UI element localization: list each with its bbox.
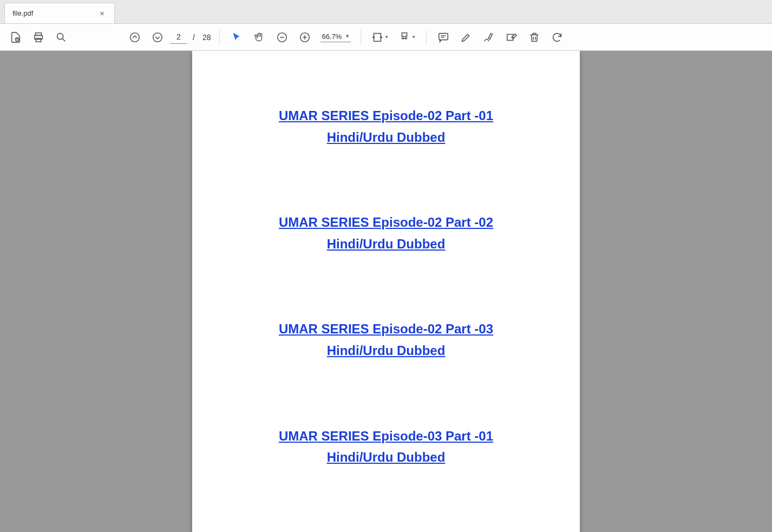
search-button[interactable]	[51, 27, 71, 48]
chevron-down-icon: ▼	[411, 35, 416, 40]
document-link: UMAR SERIES Episode-03 Part -01Hindi/Urd…	[225, 425, 547, 468]
toolbar: / 28 66.7% ▼ ▼ ▼	[0, 24, 772, 51]
tab-bar: file.pdf ×	[0, 0, 772, 24]
edit-text-button[interactable]	[501, 27, 522, 48]
page-layout-button[interactable]: ▼	[395, 27, 420, 48]
zoom-in-button[interactable]	[295, 27, 315, 48]
pointer-tool-button[interactable]	[226, 27, 247, 48]
svg-point-4	[57, 33, 63, 39]
svg-rect-3	[36, 38, 41, 41]
draw-button[interactable]	[479, 27, 499, 48]
page-separator: /	[193, 33, 195, 42]
chevron-down-icon: ▼	[345, 34, 350, 39]
svg-rect-10	[402, 32, 407, 36]
zoom-out-button[interactable]	[272, 27, 292, 48]
print-button[interactable]	[28, 27, 49, 48]
svg-rect-11	[439, 33, 448, 40]
page-number-input[interactable]	[170, 31, 187, 44]
svg-point-6	[153, 32, 162, 42]
chevron-down-icon: ▼	[384, 35, 389, 40]
document-link: UMAR SERIES Episode-02 Part -03Hindi/Urd…	[225, 318, 547, 361]
page-total: 28	[202, 33, 211, 42]
zoom-dropdown[interactable]: 66.7% ▼	[320, 32, 351, 42]
svg-point-5	[130, 32, 140, 42]
tab-title: file.pdf	[12, 9, 33, 17]
page-up-button[interactable]	[125, 27, 145, 48]
comment-button[interactable]	[433, 27, 454, 48]
separator	[361, 30, 361, 45]
pdf-viewer[interactable]: UMAR SERIES Episode-02 Part -01Hindi/Urd…	[0, 51, 772, 532]
save-button[interactable]	[5, 27, 26, 48]
rotate-button[interactable]	[547, 27, 567, 48]
delete-button[interactable]	[524, 27, 545, 48]
zoom-value: 66.7%	[322, 32, 342, 41]
tab-file[interactable]: file.pdf ×	[4, 3, 115, 23]
close-icon[interactable]: ×	[97, 8, 107, 19]
fit-width-button[interactable]: ▼	[368, 27, 392, 48]
highlight-button[interactable]	[456, 27, 476, 48]
pdf-page: UMAR SERIES Episode-02 Part -01Hindi/Urd…	[192, 51, 580, 532]
episode-link[interactable]: UMAR SERIES Episode-03 Part -01Hindi/Urd…	[279, 429, 493, 465]
separator	[219, 30, 220, 45]
svg-rect-9	[374, 33, 381, 41]
document-link: UMAR SERIES Episode-02 Part -02Hindi/Urd…	[225, 212, 547, 254]
episode-link[interactable]: UMAR SERIES Episode-02 Part -01Hindi/Urd…	[279, 108, 493, 145]
page-down-button[interactable]	[147, 27, 168, 48]
hand-tool-button[interactable]	[249, 27, 270, 48]
episode-link[interactable]: UMAR SERIES Episode-02 Part -02Hindi/Urd…	[279, 215, 493, 251]
document-link: UMAR SERIES Episode-02 Part -01Hindi/Urd…	[225, 105, 547, 148]
separator	[426, 30, 427, 45]
episode-link[interactable]: UMAR SERIES Episode-02 Part -03Hindi/Urd…	[279, 321, 493, 358]
